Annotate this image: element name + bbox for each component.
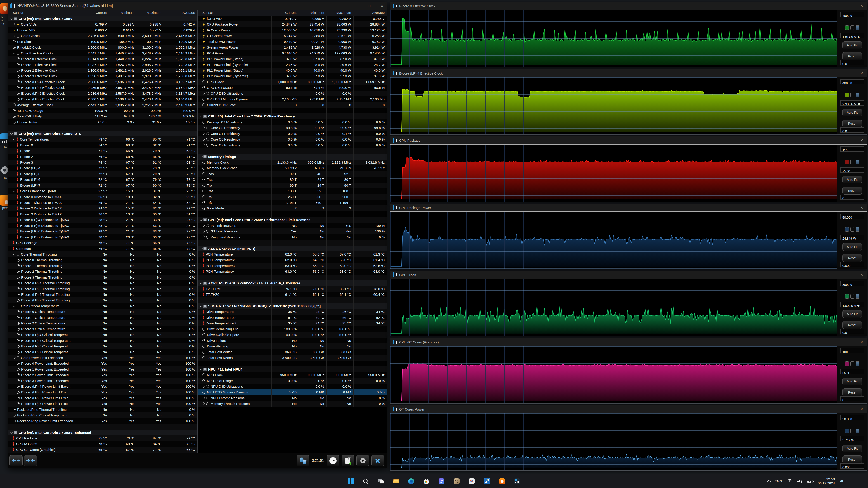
grid-checkbox[interactable]	[856, 160, 859, 164]
sensor-row[interactable]: E-core (LP) 7 Critical Temperat...NoNoNo…	[8, 349, 197, 355]
sensor-row[interactable]: Core C1 Residency0.0 %0.0 %0.1 %0.0 %	[198, 131, 387, 136]
sensor-row[interactable]: Package C2 Residency0.0 %0.0 %0.0 %0.0 %	[198, 119, 387, 125]
sensor-row[interactable]: NPU Total Usage0.0 %0.0 %0.0 %0.0 %	[198, 378, 387, 384]
sensor-row[interactable]: Drive Temperature 335 °C34 °C35 °C34 °C	[198, 320, 387, 326]
graphs-button[interactable]	[297, 455, 309, 466]
sensor-row[interactable]: CPU Package Power24.849 W23.454 W38.063 …	[198, 22, 387, 27]
scale-min-box[interactable]: 0.0	[840, 329, 864, 334]
sensor-row[interactable]: P-core 0 Thermal ThrottlingNoNoNo0 %	[8, 257, 197, 263]
sensor-row[interactable]: Drive FailureNoNoNo	[198, 338, 387, 344]
sensor-row[interactable]: PL1 Power Limit (Dynamic)28.5 W28.0 W29.…	[198, 62, 387, 68]
sensor-row[interactable]: E-core (LP) 4 Effective Clock2,985.6 MHz…	[8, 79, 197, 85]
taskbar-icon-furmark[interactable]	[497, 476, 507, 486]
sensor-row[interactable]: Memory Clock2,133.3 MHz600.0 MHz2,133.3 …	[198, 160, 387, 165]
auto-fit-button[interactable]: Auto Fit	[842, 310, 862, 318]
column-header-average[interactable]: Average	[164, 10, 197, 15]
sensor-row[interactable]: Ring Limit ReasonsNoNoNo0 %	[198, 234, 387, 240]
background-checkbox[interactable]	[850, 294, 854, 299]
grid-checkbox[interactable]	[856, 93, 859, 97]
sensor-row[interactable]: GPU D3D Usage90.5 %89.4 %100.0 %98.6 %	[198, 85, 387, 90]
sensor-row[interactable]: Uncore VID0.683 V0.611 V0.773 V0.626 V	[8, 27, 197, 33]
close-icon[interactable]: ×	[859, 272, 865, 277]
section-header-row[interactable]: ACPI: ASUS ASUS Zenbook S 14 UX5406SA_UX…	[198, 280, 387, 286]
reset-button[interactable]: Reset	[842, 254, 862, 262]
taskbar-icon-app-m[interactable]: //	[436, 476, 447, 486]
reset-button[interactable]: Reset	[842, 455, 862, 463]
section-header-row[interactable]: CPU [#0]: Intel Core Ultra 7 258V: Perfo…	[198, 217, 387, 223]
sensor-row[interactable]: CPU Package76 °C71 °C86 °C73 °C	[8, 240, 197, 246]
sensor-row[interactable]: E-core (LP) 4 Distance to TjMAX28 °C21 °…	[8, 217, 197, 223]
sensor-row[interactable]: Current cTDP Level0000	[198, 102, 387, 108]
window-titlebar[interactable]: HWiNFO® 64 v8.16-5600 Sensor Status [84 …	[8, 2, 387, 10]
sensor-row[interactable]: PL2 Power Limit (Static)40.0 W40.0 W40.0…	[198, 68, 387, 73]
section-header-row[interactable]: ASUS UX5406SA (Intel PCH)	[198, 246, 387, 252]
sensor-row[interactable]: Core C0 Residency99.8 %99.1 %99.9 %99.8 …	[198, 125, 387, 131]
clock-button[interactable]	[327, 455, 339, 466]
sensor-row[interactable]: PCH Temperature363.0 °C55.0 °C68.0 °C62.…	[198, 263, 387, 269]
sensor-row[interactable]: E-core (LP) 7 Effective Clock2,986.5 MHz…	[8, 96, 197, 102]
series-color-checkbox[interactable]	[845, 93, 849, 97]
sensor-row[interactable]: Trc260 T260 T260 T	[198, 194, 387, 200]
sensor-row[interactable]: Core Max76 °C71 °C85 °C73 °C	[8, 246, 197, 252]
grid-checkbox[interactable]	[856, 429, 859, 433]
sensor-row[interactable]: PL2 Power Limit (Dynamic)37.0 W37.0 W37.…	[198, 73, 387, 79]
sensor-row[interactable]: P-core 2 Thermal ThrottlingNoNoNo0 %	[8, 269, 197, 274]
sensor-row[interactable]: E-core (LP) 472 °C67 °C79 °C73 °C	[8, 165, 197, 171]
reset-button[interactable]: Reset	[842, 187, 862, 195]
sensor-row[interactable]: Drive Temperature 251 °C50 °C56 °C52 °C	[198, 315, 387, 320]
section-header-row[interactable]: CPU [#0]: Intel Core Ultra 7 258V: Enhan…	[8, 430, 197, 435]
sensor-row[interactable]: Drive Available Spare100.0 %100.0 %100.0…	[198, 332, 387, 337]
background-checkbox[interactable]	[850, 361, 854, 366]
sensor-row[interactable]: E-core (LP) 5 Power Limit Exce...YesYesY…	[8, 389, 197, 395]
graph-titlebar[interactable]: E-core (LP) 4 Effective Clock×	[391, 69, 867, 77]
grid-checkbox[interactable]	[856, 361, 859, 366]
sensor-row[interactable]: P-core 276 °C68 °C85 °C71 °C	[8, 154, 197, 160]
section-header-row[interactable]: Memory Timings	[198, 154, 387, 160]
grid-checkbox[interactable]	[856, 294, 859, 299]
sensor-row[interactable]: E-core (LP) 4 Power Limit Exce...YesYesY…	[8, 384, 197, 389]
sensor-row[interactable]: Core C7 Residency0.0 %0.0 %0.0 %0.0 %	[198, 142, 387, 148]
wifi-icon[interactable]	[787, 479, 793, 483]
sensor-row[interactable]: E-core (LP) 6 Critical Temperat...NoNoNo…	[8, 344, 197, 349]
sensor-row[interactable]: P-core 1 Critical TemperatureNoNoNo0 %	[8, 315, 197, 320]
collapse-columns-button[interactable]	[24, 455, 37, 466]
speaker-icon[interactable]	[798, 480, 802, 483]
sensor-row[interactable]: Core VIDs0.769 V0.593 V0.938 V0.742 V	[8, 22, 197, 27]
sensor-row[interactable]: P-core 2 Distance to TjMAX24 °C15 °C32 °…	[8, 205, 197, 211]
sensor-row[interactable]: P-core 1 Distance to TjMAX29 °C21 °C34 °…	[8, 200, 197, 205]
column-header-maximum[interactable]: Maximum	[327, 10, 353, 15]
sensor-row[interactable]: Memory Throttle ReasonsNoNoNo0 %	[198, 401, 387, 406]
sensor-row[interactable]: CPU GT Cores (Graphics)65 °C57 °C71 °C66…	[8, 447, 197, 453]
taskbar-icon-edge[interactable]	[406, 476, 416, 486]
expand-columns-button[interactable]	[9, 455, 23, 466]
sensor-row[interactable]: P-core 2 Effective Clock1,900.0 MHz1,482…	[8, 68, 197, 73]
sensor-row[interactable]: P-core 074 °C68 °C82 °C71 °C	[8, 142, 197, 148]
close-icon[interactable]: ×	[859, 339, 865, 345]
taskbar-icon-task-view[interactable]	[376, 476, 386, 486]
sensor-row[interactable]: P-core 0 Distance to TjMAX26 °C18 °C32 °…	[8, 194, 197, 200]
column-header-maximum[interactable]: Maximum	[137, 10, 164, 15]
scale-max-box[interactable]: 4000.0	[840, 79, 864, 85]
reset-button[interactable]: Reset	[842, 52, 862, 60]
background-checkbox[interactable]	[850, 25, 854, 30]
close-icon[interactable]: ×	[859, 138, 865, 143]
sensor-row[interactable]: PCH Temperature62.0 °C55.0 °C67.0 °C61.3…	[198, 252, 387, 257]
scale-max-box[interactable]: 50.000	[840, 214, 864, 219]
sensor-row[interactable]: PL1 Power Limit (Static)37.0 W37.0 W37.0…	[198, 56, 387, 62]
column-header-sensor[interactable]: Sensor	[198, 10, 272, 15]
sensor-row[interactable]: Total Host Writes863 GB863 GB863 GB	[198, 349, 387, 355]
sensor-row[interactable]: P-core 3 Effective Clock1,936.1 MHz1,487…	[8, 73, 197, 79]
taskbar-icon-snipping-tool[interactable]	[467, 476, 477, 486]
graph-titlebar[interactable]: P-core 0 Effective Clock×	[391, 2, 867, 10]
sensor-row[interactable]: E-core (LP) 6 Distance to TjMAX28 °C21 °…	[8, 228, 197, 234]
sensor-row[interactable]: NPU Clock950.0 MHz950.0 MHz950.0 MHz950.…	[198, 372, 387, 378]
taskbar-icon-file-explorer[interactable]	[391, 476, 401, 486]
auto-fit-button[interactable]: Auto Fit	[842, 243, 862, 251]
sensor-row[interactable]: Total CPU Utility111.2 %94.8 %146.4 %109…	[8, 113, 197, 119]
sensor-row[interactable]: Trcd80 T24 T80 T	[198, 177, 387, 182]
sensor-row[interactable]: Core Distance to TjMAX27 °C15 °C34 °C29 …	[8, 188, 197, 194]
background-checkbox[interactable]	[850, 160, 854, 164]
section-header-row[interactable]: S.M.A.R.T.: WD PC SN560 SDDPNQE-1T00-110…	[198, 303, 387, 309]
section-header-row[interactable]: CPU [#0]: Intel Core Ultra 7 258V	[8, 16, 197, 22]
close-icon[interactable]: ×	[859, 407, 865, 412]
